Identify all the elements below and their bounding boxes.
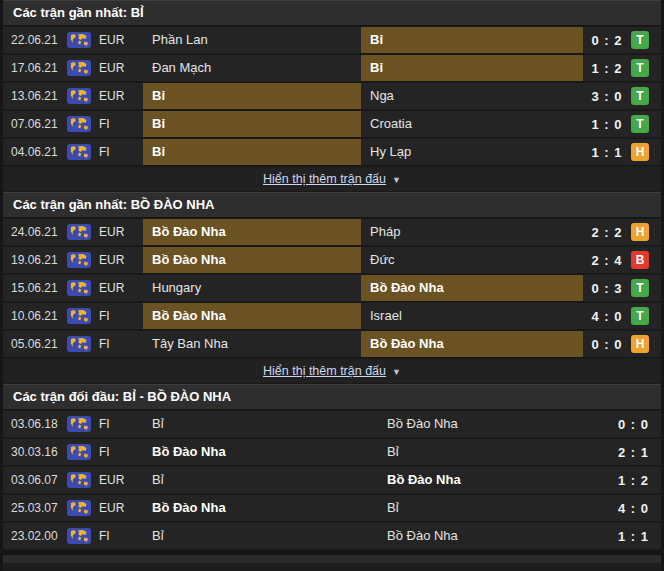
world-icon	[67, 144, 99, 160]
match-date: 22.06.21	[11, 33, 67, 47]
away-team: Bỉ	[361, 495, 583, 521]
match-row[interactable]: 19.06.21 EUR Bồ Đào Nha Đức 2 : 4 B	[3, 247, 661, 275]
show-more-label: Hiển thị thêm trận đấu	[263, 364, 386, 378]
competition-label: EUR	[99, 281, 143, 295]
match-row[interactable]: 03.06.07 EUR Bỉ Bồ Đào Nha 1 : 2	[3, 467, 661, 495]
competition-label: FI	[99, 337, 143, 351]
home-team: Bỉ	[143, 467, 361, 493]
match-score: 1 : 0	[583, 117, 631, 132]
world-icon	[67, 32, 99, 48]
away-team-name: Bồ Đào Nha	[370, 336, 444, 351]
away-team-name: Đức	[370, 252, 395, 267]
section-title: Các trận gần nhất: BỈ	[3, 0, 661, 27]
match-score: 1 : 1	[583, 145, 631, 160]
match-score: 1 : 1	[583, 529, 659, 544]
home-team-name: Bỉ	[152, 88, 165, 103]
match-row[interactable]: 23.02.00 FI Bỉ Bồ Đào Nha 1 : 1	[3, 523, 661, 551]
match-score: 0 : 3	[583, 281, 631, 296]
match-row[interactable]: 17.06.21 EUR Đan Mạch Bỉ 1 : 2 T	[3, 55, 661, 83]
match-row[interactable]: 05.06.21 FI Tây Ban Nha Bồ Đào Nha 0 : 0…	[3, 331, 661, 359]
result-badge: T	[631, 279, 649, 297]
competition-label: FI	[99, 117, 143, 131]
match-date: 03.06.07	[11, 473, 67, 487]
home-team: Tây Ban Nha	[143, 331, 361, 357]
match-row[interactable]: 24.06.21 EUR Bồ Đào Nha Pháp 2 : 2 H	[3, 219, 661, 247]
home-team-name: Bỉ	[152, 416, 164, 431]
competition-label: FI	[99, 529, 143, 543]
world-icon	[67, 60, 99, 76]
competition-label: EUR	[99, 473, 143, 487]
away-team-name: Pháp	[370, 224, 400, 239]
match-row[interactable]: 22.06.21 EUR Phần Lan Bỉ 0 : 2 T	[3, 27, 661, 55]
home-team-name: Hungary	[152, 280, 201, 295]
show-more-link[interactable]: Hiển thị thêm trận đấu▼	[263, 172, 401, 186]
match-row[interactable]: 10.06.21 FI Bồ Đào Nha Israel 4 : 0 T	[3, 303, 661, 331]
match-row[interactable]: 30.03.16 FI Bồ Đào Nha Bỉ 2 : 1	[3, 439, 661, 467]
match-date: 25.03.07	[11, 501, 67, 515]
match-row[interactable]: 15.06.21 EUR Hungary Bồ Đào Nha 0 : 3 T	[3, 275, 661, 303]
competition-label: EUR	[99, 253, 143, 267]
match-row[interactable]: 03.06.18 FI Bỉ Bồ Đào Nha 0 : 0	[3, 411, 661, 439]
home-team: Phần Lan	[143, 27, 361, 53]
away-team: Hy Lạp	[361, 139, 583, 165]
result-badge: H	[631, 223, 649, 241]
show-more-link[interactable]: Hiển thị thêm trận đấu▼	[263, 364, 401, 378]
match-score: 4 : 0	[583, 309, 631, 324]
away-team-name: Israel	[370, 308, 402, 323]
home-team: Bỉ	[143, 523, 361, 549]
match-date: 04.06.21	[11, 145, 67, 159]
match-row[interactable]: 25.03.07 EUR Bồ Đào Nha Bỉ 4 : 0	[3, 495, 661, 523]
home-team-name: Phần Lan	[152, 32, 208, 47]
home-team-name: Bỉ	[152, 144, 165, 159]
home-team-name: Bồ Đào Nha	[152, 308, 226, 323]
world-icon	[67, 336, 99, 352]
chevron-down-icon: ▼	[392, 175, 401, 185]
match-date: 23.02.00	[11, 529, 67, 543]
world-icon	[67, 416, 99, 432]
result-badge: T	[631, 307, 649, 325]
result-badge: T	[631, 115, 649, 133]
section-rows: 24.06.21 EUR Bồ Đào Nha Pháp 2 : 2 H 19.…	[3, 219, 661, 359]
world-icon	[67, 116, 99, 132]
match-row[interactable]: 07.06.21 FI Bỉ Croatia 1 : 0 T	[3, 111, 661, 139]
world-icon	[67, 308, 99, 324]
away-team: Bỉ	[361, 55, 583, 81]
home-team: Bồ Đào Nha	[143, 303, 361, 329]
competition-label: FI	[99, 145, 143, 159]
match-section: Các trận gần nhất: BỒ ĐÀO NHA 24.06.21 E…	[3, 192, 661, 384]
match-date: 17.06.21	[11, 61, 67, 75]
match-row[interactable]: 04.06.21 FI Bỉ Hy Lạp 1 : 1 H	[3, 139, 661, 167]
home-team-name: Bồ Đào Nha	[152, 444, 226, 459]
show-more-row: Hiển thị thêm trận đấu▼	[3, 359, 661, 384]
result-badge: T	[631, 87, 649, 105]
away-team-name: Bồ Đào Nha	[370, 280, 444, 295]
home-team: Đan Mạch	[143, 55, 361, 81]
home-team-name: Bỉ	[152, 528, 164, 543]
match-date: 30.03.16	[11, 445, 67, 459]
away-team: Nga	[361, 83, 583, 109]
bottom-divider	[3, 551, 661, 563]
away-team-name: Bỉ	[370, 60, 383, 75]
away-team-name: Nga	[370, 88, 394, 103]
away-team-name: Hy Lạp	[370, 144, 411, 159]
competition-label: EUR	[99, 225, 143, 239]
world-icon	[67, 444, 99, 460]
home-team: Hungary	[143, 275, 361, 301]
match-section: Các trận đối đầu: BỈ - BỒ ĐÀO NHA 03.06.…	[3, 384, 661, 551]
match-score: 2 : 4	[583, 253, 631, 268]
match-score: 0 : 0	[583, 417, 659, 432]
home-team-name: Tây Ban Nha	[152, 336, 228, 351]
section-title: Các trận đối đầu: BỈ - BỒ ĐÀO NHA	[3, 384, 661, 411]
away-team: Bồ Đào Nha	[361, 331, 583, 357]
home-team-name: Bỉ	[152, 472, 164, 487]
match-row[interactable]: 13.06.21 EUR Bỉ Nga 3 : 0 T	[3, 83, 661, 111]
match-score: 2 : 1	[583, 445, 659, 460]
away-team: Bồ Đào Nha	[361, 411, 583, 437]
home-team: Bỉ	[143, 411, 361, 437]
show-more-label: Hiển thị thêm trận đấu	[263, 172, 386, 186]
home-team: Bồ Đào Nha	[143, 219, 361, 245]
away-team-name: Bỉ	[370, 32, 383, 47]
result-badge: T	[631, 59, 649, 77]
home-team: Bồ Đào Nha	[143, 439, 361, 465]
home-team: Bỉ	[143, 111, 361, 137]
